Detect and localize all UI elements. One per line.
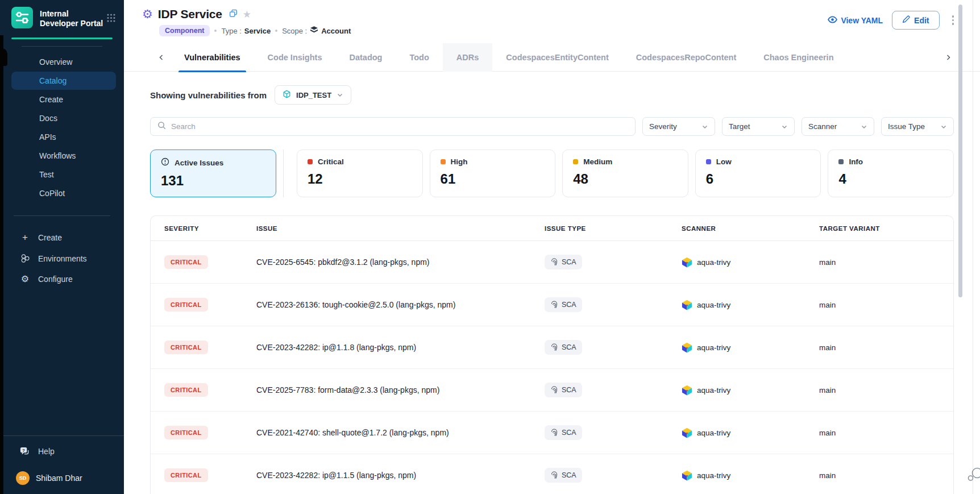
feedback-widget-icon[interactable] — [966, 467, 980, 486]
issue-type-chip: SCA — [545, 297, 582, 312]
severity-badge: CRITICAL — [164, 426, 208, 439]
gear-icon: ⚙ — [19, 275, 31, 283]
medium-card[interactable]: Medium 48 — [562, 150, 688, 197]
low-label: Low — [716, 157, 732, 166]
sidebar-actions: + Create Environments ⚙ Configure — [0, 227, 124, 289]
tab-codespaces-entity-content[interactable]: CodespacesEntityContent — [492, 43, 622, 72]
high-card[interactable]: High 61 — [430, 150, 556, 197]
table-row[interactable]: CRITICAL CVE-2025-6545: pbkdf2@3.1.2 (la… — [151, 241, 953, 284]
issue-cell: CVE-2025-6545: pbkdf2@3.1.2 (lang-pkgs, … — [256, 258, 545, 267]
tab-vulnerabilities[interactable]: Vulnerabilities — [171, 43, 254, 72]
scanner-cell: aqua-trivy — [682, 342, 819, 353]
cube-icon — [283, 90, 291, 100]
table-header-row: SEVERITY ISSUE ISSUE TYPE SCANNER TARGET… — [151, 216, 953, 241]
brand-name: Internal Developer Portal — [40, 9, 104, 29]
active-issues-card[interactable]: Active Issues 131 — [150, 150, 276, 197]
fingerprint-icon — [550, 343, 558, 351]
issue-type-filter-select[interactable]: Issue Type — [881, 117, 954, 136]
help-item[interactable]: ? Help — [0, 436, 124, 464]
info-label: Info — [849, 157, 863, 166]
table-row[interactable]: CRITICAL CVE-2023-26136: tough-cookie@2.… — [151, 284, 953, 326]
target-variant-cell: main — [819, 343, 953, 352]
tabs-scroll-right-chevron-icon[interactable] — [939, 54, 957, 61]
vertical-scrollbar[interactable] — [958, 5, 962, 297]
edit-button[interactable]: Edit — [892, 11, 939, 30]
action-label: Environments — [38, 254, 87, 263]
brand-row: Internal Developer Portal — [0, 0, 124, 36]
tab-datadog[interactable]: Datadog — [335, 43, 396, 72]
table-row[interactable]: CRITICAL CVE-2021-42740: shell-quote@1.7… — [151, 412, 953, 454]
trivy-cube-icon — [682, 257, 692, 268]
stats-divider — [283, 150, 284, 197]
table-row[interactable]: CRITICAL CVE-2023-42282: ip@1.1.8 (lang-… — [151, 326, 953, 369]
info-value: 4 — [838, 171, 943, 187]
target-select[interactable]: IDP_TEST — [275, 85, 351, 105]
actions-divider — [14, 215, 110, 216]
window-edge-line — [973, 0, 973, 494]
sidebar-item-copilot[interactable]: CoPilot — [0, 184, 124, 202]
issue-type-chip: SCA — [545, 468, 582, 483]
more-options-kebab-icon[interactable] — [949, 13, 958, 27]
user-item[interactable]: SD Shibam Dhar — [0, 464, 124, 494]
tabs-scroll-left-chevron-icon[interactable] — [152, 54, 171, 61]
sidebar-item-catalog[interactable]: Catalog — [11, 72, 116, 90]
severity-badge: CRITICAL — [164, 341, 208, 354]
tab-todo[interactable]: Todo — [396, 43, 442, 72]
chevron-down-icon — [940, 123, 947, 130]
sidebar-item-overview[interactable]: Overview — [0, 53, 124, 71]
scanner-cell: aqua-trivy — [682, 385, 819, 396]
issue-type-chip: SCA — [545, 383, 582, 397]
filter-label: Issue Type — [888, 122, 925, 131]
filter-label: Target — [729, 122, 750, 131]
target-variant-cell: main — [819, 386, 953, 395]
severity-filter-select[interactable]: Severity — [642, 117, 715, 136]
col-target-variant: TARGET VARIANT — [819, 225, 953, 232]
view-yaml-button[interactable]: View YAML — [828, 15, 883, 26]
info-card[interactable]: Info 4 — [828, 150, 954, 197]
scanner-cell: aqua-trivy — [682, 427, 819, 438]
search-box — [150, 117, 636, 136]
search-input[interactable] — [171, 122, 628, 131]
table-row[interactable]: CRITICAL CVE-2023-42282: ip@1.1.5 (lang-… — [151, 454, 953, 494]
table-row[interactable]: CRITICAL CVE-2025-7783: form-data@2.3.3 … — [151, 369, 953, 412]
sidebar-item-apis[interactable]: APIs — [0, 128, 124, 146]
low-card[interactable]: Low 6 — [695, 150, 821, 197]
scanner-filter-select[interactable]: Scanner — [802, 117, 874, 136]
tab-chaos-engineering[interactable]: Chaos Engineerin — [750, 43, 847, 72]
sidebar-action-configure[interactable]: ⚙ Configure — [0, 269, 124, 289]
sidebar-item-docs[interactable]: Docs — [0, 109, 124, 127]
tab-adrs[interactable]: ADRs — [443, 43, 492, 72]
sidebar-action-create[interactable]: + Create — [0, 227, 124, 248]
sidebar: Internal Developer Portal Overview Catal… — [0, 0, 124, 494]
main-content: ⚙ IDP Service ★ Component Type : Service — [124, 0, 980, 494]
layers-icon — [310, 26, 318, 36]
issue-cell: CVE-2025-7783: form-data@2.3.3 (lang-pkg… — [256, 385, 545, 395]
sidebar-item-test[interactable]: Test — [0, 165, 124, 184]
active-issues-label: Active Issues — [175, 159, 223, 167]
active-issues-value: 131 — [161, 173, 265, 189]
tab-code-insights[interactable]: Code Insights — [254, 43, 336, 72]
fingerprint-icon — [550, 301, 558, 309]
critical-dot — [308, 159, 313, 164]
col-issue-type: ISSUE TYPE — [545, 225, 682, 232]
scope-label: Scope : — [282, 27, 307, 35]
target-variant-cell: main — [819, 429, 953, 437]
high-value: 61 — [441, 171, 545, 187]
low-dot — [706, 159, 711, 164]
target-filter-select[interactable]: Target — [722, 117, 795, 136]
sidebar-action-environments[interactable]: Environments — [0, 248, 124, 269]
scanner-cell: aqua-trivy — [682, 300, 819, 310]
favorite-star-icon[interactable]: ★ — [243, 9, 251, 20]
kind-badge[interactable]: Component — [159, 25, 210, 36]
tab-codespaces-repo-content[interactable]: CodespacesRepoContent — [622, 43, 750, 72]
issue-cell: CVE-2023-42282: ip@1.1.5 (lang-pkgs, npm… — [256, 471, 545, 480]
apps-grid-icon[interactable] — [106, 13, 116, 25]
scanner-cell: aqua-trivy — [682, 257, 819, 268]
svg-text:?: ? — [22, 448, 25, 453]
copy-icon[interactable] — [229, 9, 238, 20]
sidebar-item-create[interactable]: Create — [0, 90, 124, 109]
sidebar-item-workflows[interactable]: Workflows — [0, 147, 124, 165]
critical-card[interactable]: Critical 12 — [297, 150, 423, 197]
alert-circle-icon — [161, 157, 169, 168]
low-value: 6 — [706, 171, 811, 187]
